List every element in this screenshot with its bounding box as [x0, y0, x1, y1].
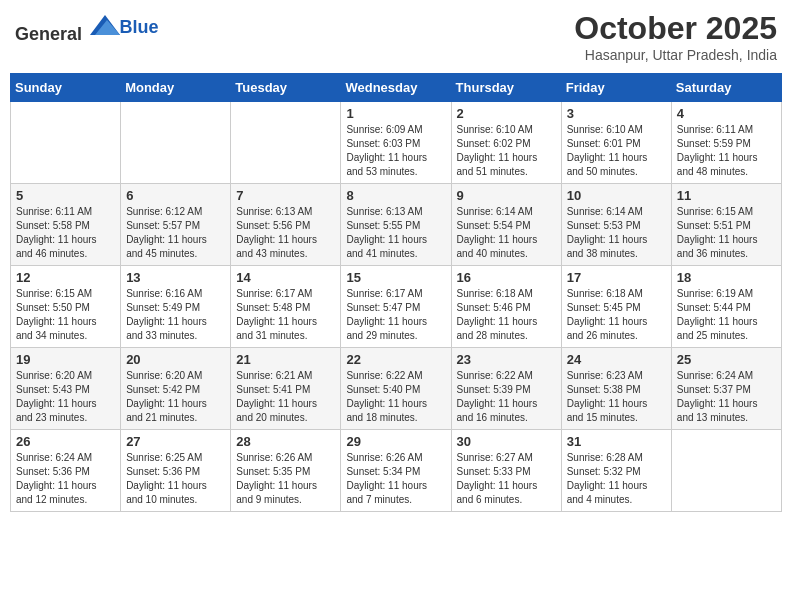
day-number: 21: [236, 352, 335, 367]
day-number: 14: [236, 270, 335, 285]
day-info: Sunrise: 6:13 AMSunset: 5:55 PMDaylight:…: [346, 205, 445, 261]
day-number: 15: [346, 270, 445, 285]
calendar-cell: 21Sunrise: 6:21 AMSunset: 5:41 PMDayligh…: [231, 348, 341, 430]
day-number: 28: [236, 434, 335, 449]
day-info: Sunrise: 6:12 AMSunset: 5:57 PMDaylight:…: [126, 205, 225, 261]
day-number: 4: [677, 106, 776, 121]
calendar-cell: 17Sunrise: 6:18 AMSunset: 5:45 PMDayligh…: [561, 266, 671, 348]
calendar-cell: 1Sunrise: 6:09 AMSunset: 6:03 PMDaylight…: [341, 102, 451, 184]
calendar-cell: 27Sunrise: 6:25 AMSunset: 5:36 PMDayligh…: [121, 430, 231, 512]
calendar-cell: 12Sunrise: 6:15 AMSunset: 5:50 PMDayligh…: [11, 266, 121, 348]
day-info: Sunrise: 6:11 AMSunset: 5:59 PMDaylight:…: [677, 123, 776, 179]
day-info: Sunrise: 6:09 AMSunset: 6:03 PMDaylight:…: [346, 123, 445, 179]
calendar-cell: 8Sunrise: 6:13 AMSunset: 5:55 PMDaylight…: [341, 184, 451, 266]
day-info: Sunrise: 6:20 AMSunset: 5:43 PMDaylight:…: [16, 369, 115, 425]
calendar-cell: 2Sunrise: 6:10 AMSunset: 6:02 PMDaylight…: [451, 102, 561, 184]
logo-blue: Blue: [120, 17, 159, 37]
day-number: 13: [126, 270, 225, 285]
weekday-header: Sunday: [11, 74, 121, 102]
day-number: 20: [126, 352, 225, 367]
day-info: Sunrise: 6:18 AMSunset: 5:45 PMDaylight:…: [567, 287, 666, 343]
calendar-cell: 24Sunrise: 6:23 AMSunset: 5:38 PMDayligh…: [561, 348, 671, 430]
day-info: Sunrise: 6:25 AMSunset: 5:36 PMDaylight:…: [126, 451, 225, 507]
day-number: 29: [346, 434, 445, 449]
day-info: Sunrise: 6:17 AMSunset: 5:48 PMDaylight:…: [236, 287, 335, 343]
calendar-cell: 22Sunrise: 6:22 AMSunset: 5:40 PMDayligh…: [341, 348, 451, 430]
day-number: 23: [457, 352, 556, 367]
calendar-cell: 7Sunrise: 6:13 AMSunset: 5:56 PMDaylight…: [231, 184, 341, 266]
calendar-cell: 13Sunrise: 6:16 AMSunset: 5:49 PMDayligh…: [121, 266, 231, 348]
day-number: 26: [16, 434, 115, 449]
day-number: 5: [16, 188, 115, 203]
calendar-cell: 23Sunrise: 6:22 AMSunset: 5:39 PMDayligh…: [451, 348, 561, 430]
day-number: 7: [236, 188, 335, 203]
calendar-cell: 10Sunrise: 6:14 AMSunset: 5:53 PMDayligh…: [561, 184, 671, 266]
calendar-cell: [121, 102, 231, 184]
day-number: 22: [346, 352, 445, 367]
day-info: Sunrise: 6:28 AMSunset: 5:32 PMDaylight:…: [567, 451, 666, 507]
calendar-cell: [671, 430, 781, 512]
calendar-cell: 5Sunrise: 6:11 AMSunset: 5:58 PMDaylight…: [11, 184, 121, 266]
calendar-cell: 15Sunrise: 6:17 AMSunset: 5:47 PMDayligh…: [341, 266, 451, 348]
calendar-table: SundayMondayTuesdayWednesdayThursdayFrid…: [10, 73, 782, 512]
day-info: Sunrise: 6:23 AMSunset: 5:38 PMDaylight:…: [567, 369, 666, 425]
weekday-header: Friday: [561, 74, 671, 102]
day-number: 10: [567, 188, 666, 203]
weekday-header: Tuesday: [231, 74, 341, 102]
calendar-week-row: 12Sunrise: 6:15 AMSunset: 5:50 PMDayligh…: [11, 266, 782, 348]
month-title: October 2025: [574, 10, 777, 47]
day-info: Sunrise: 6:24 AMSunset: 5:36 PMDaylight:…: [16, 451, 115, 507]
day-number: 8: [346, 188, 445, 203]
calendar-cell: 19Sunrise: 6:20 AMSunset: 5:43 PMDayligh…: [11, 348, 121, 430]
day-number: 9: [457, 188, 556, 203]
day-number: 6: [126, 188, 225, 203]
logo: General Blue: [15, 10, 159, 45]
calendar-cell: 9Sunrise: 6:14 AMSunset: 5:54 PMDaylight…: [451, 184, 561, 266]
day-number: 16: [457, 270, 556, 285]
calendar-week-row: 1Sunrise: 6:09 AMSunset: 6:03 PMDaylight…: [11, 102, 782, 184]
calendar-cell: 11Sunrise: 6:15 AMSunset: 5:51 PMDayligh…: [671, 184, 781, 266]
day-info: Sunrise: 6:13 AMSunset: 5:56 PMDaylight:…: [236, 205, 335, 261]
calendar-cell: 26Sunrise: 6:24 AMSunset: 5:36 PMDayligh…: [11, 430, 121, 512]
calendar-cell: 14Sunrise: 6:17 AMSunset: 5:48 PMDayligh…: [231, 266, 341, 348]
day-number: 2: [457, 106, 556, 121]
day-number: 18: [677, 270, 776, 285]
calendar-cell: 3Sunrise: 6:10 AMSunset: 6:01 PMDaylight…: [561, 102, 671, 184]
calendar-cell: 28Sunrise: 6:26 AMSunset: 5:35 PMDayligh…: [231, 430, 341, 512]
day-info: Sunrise: 6:15 AMSunset: 5:51 PMDaylight:…: [677, 205, 776, 261]
day-info: Sunrise: 6:26 AMSunset: 5:34 PMDaylight:…: [346, 451, 445, 507]
calendar-cell: 4Sunrise: 6:11 AMSunset: 5:59 PMDaylight…: [671, 102, 781, 184]
calendar-cell: [231, 102, 341, 184]
day-number: 3: [567, 106, 666, 121]
logo-general: General: [15, 24, 82, 44]
day-info: Sunrise: 6:10 AMSunset: 6:01 PMDaylight:…: [567, 123, 666, 179]
day-number: 25: [677, 352, 776, 367]
calendar-cell: 25Sunrise: 6:24 AMSunset: 5:37 PMDayligh…: [671, 348, 781, 430]
title-section: October 2025 Hasanpur, Uttar Pradesh, In…: [574, 10, 777, 63]
calendar-cell: 20Sunrise: 6:20 AMSunset: 5:42 PMDayligh…: [121, 348, 231, 430]
day-number: 31: [567, 434, 666, 449]
calendar-cell: 18Sunrise: 6:19 AMSunset: 5:44 PMDayligh…: [671, 266, 781, 348]
calendar-week-row: 19Sunrise: 6:20 AMSunset: 5:43 PMDayligh…: [11, 348, 782, 430]
day-info: Sunrise: 6:26 AMSunset: 5:35 PMDaylight:…: [236, 451, 335, 507]
location-title: Hasanpur, Uttar Pradesh, India: [574, 47, 777, 63]
day-number: 17: [567, 270, 666, 285]
day-info: Sunrise: 6:14 AMSunset: 5:54 PMDaylight:…: [457, 205, 556, 261]
day-info: Sunrise: 6:17 AMSunset: 5:47 PMDaylight:…: [346, 287, 445, 343]
day-info: Sunrise: 6:22 AMSunset: 5:40 PMDaylight:…: [346, 369, 445, 425]
calendar-cell: 31Sunrise: 6:28 AMSunset: 5:32 PMDayligh…: [561, 430, 671, 512]
calendar-cell: 29Sunrise: 6:26 AMSunset: 5:34 PMDayligh…: [341, 430, 451, 512]
page-header: General Blue October 2025 Hasanpur, Utta…: [10, 10, 782, 63]
day-info: Sunrise: 6:16 AMSunset: 5:49 PMDaylight:…: [126, 287, 225, 343]
weekday-header: Thursday: [451, 74, 561, 102]
day-info: Sunrise: 6:14 AMSunset: 5:53 PMDaylight:…: [567, 205, 666, 261]
calendar-cell: 6Sunrise: 6:12 AMSunset: 5:57 PMDaylight…: [121, 184, 231, 266]
day-info: Sunrise: 6:15 AMSunset: 5:50 PMDaylight:…: [16, 287, 115, 343]
day-info: Sunrise: 6:22 AMSunset: 5:39 PMDaylight:…: [457, 369, 556, 425]
calendar-cell: 16Sunrise: 6:18 AMSunset: 5:46 PMDayligh…: [451, 266, 561, 348]
day-info: Sunrise: 6:19 AMSunset: 5:44 PMDaylight:…: [677, 287, 776, 343]
weekday-header: Monday: [121, 74, 231, 102]
day-info: Sunrise: 6:10 AMSunset: 6:02 PMDaylight:…: [457, 123, 556, 179]
day-number: 11: [677, 188, 776, 203]
day-info: Sunrise: 6:11 AMSunset: 5:58 PMDaylight:…: [16, 205, 115, 261]
